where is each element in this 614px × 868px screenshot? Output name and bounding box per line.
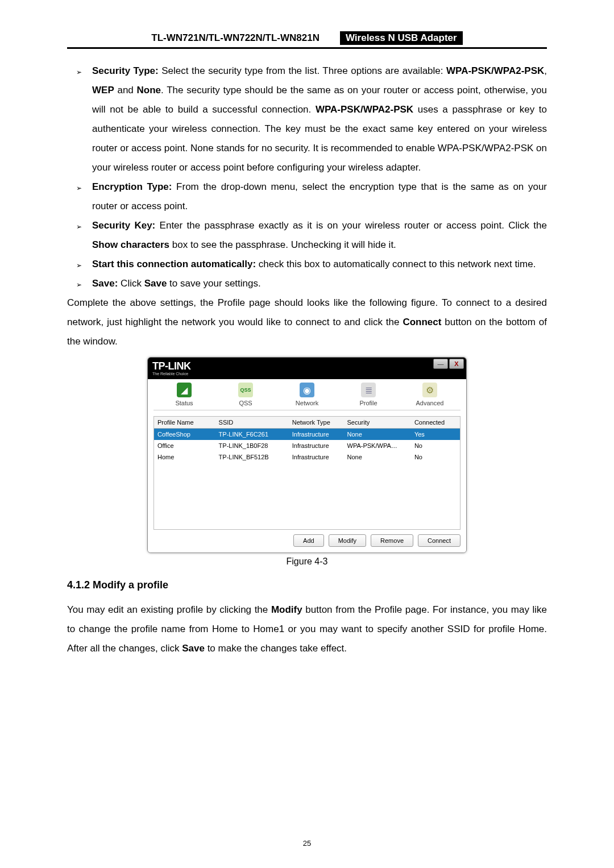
tab-label: Status xyxy=(154,400,215,406)
label: Start this connection automatically: xyxy=(92,259,256,269)
section-heading: 4.1.2 Modify a profile xyxy=(67,579,547,591)
cell-type: Infrastructure xyxy=(289,429,344,440)
header-profile-name: Profile Name xyxy=(154,417,215,428)
table-row[interactable]: HomeTP-LINK_BF512BInfrastructureNoneNo xyxy=(154,451,460,463)
advanced-icon: ⚙ xyxy=(422,383,437,397)
figure-caption: Figure 4-3 xyxy=(67,556,547,567)
tab-network[interactable]: ◉ Network xyxy=(276,383,338,406)
text: Connect xyxy=(403,317,441,327)
bullet-encryption-type: Encryption Type: From the drop-down menu… xyxy=(92,177,547,216)
bullet-save: Save: Click Save to save your settings. xyxy=(92,274,547,293)
app-titlebar: TP-LINK The Reliable Choice — X xyxy=(148,358,466,379)
text: Save xyxy=(144,278,167,289)
cell-security: WPA-PSK/WPA… xyxy=(344,440,411,451)
tab-label: Profile xyxy=(338,400,399,406)
cell-connected: No xyxy=(411,440,460,451)
text: WPA-PSK/WPA2-PSK xyxy=(316,104,413,115)
label: Save: xyxy=(92,278,118,289)
table-body: CoffeeShopTP-LINK_F6C261InfrastructureNo… xyxy=(154,429,460,463)
profile-icon: ≣ xyxy=(361,383,376,397)
cell-name: CoffeeShop xyxy=(154,429,215,440)
header-security: Security xyxy=(344,417,411,428)
header-network-type: Network Type xyxy=(289,417,344,428)
bullet-security-key: Security Key: Enter the passphrase exact… xyxy=(92,216,547,255)
label: Security Type: xyxy=(92,65,159,76)
text: Modify xyxy=(271,604,302,615)
cell-type: Infrastructure xyxy=(289,451,344,463)
table-row[interactable]: OfficeTP-LINK_1B0F28InfrastructureWPA-PS… xyxy=(154,440,460,451)
text: None xyxy=(137,85,161,95)
close-button[interactable]: X xyxy=(449,359,464,369)
label: Encryption Type: xyxy=(92,181,172,192)
paragraph-modify: You may edit an existing profile by clic… xyxy=(67,600,547,658)
logo-subtext: The Reliable Choice xyxy=(152,372,191,376)
cell-connected: Yes xyxy=(411,429,460,440)
text: You may edit an existing profile by clic… xyxy=(67,604,271,615)
text: to make the changes take effect. xyxy=(205,643,347,654)
text: Save xyxy=(182,643,205,654)
app-window: TP-LINK The Reliable Choice — X ◢ Status… xyxy=(147,357,467,553)
text: box to see the passphrase. Unchecking it… xyxy=(169,239,396,250)
header-product: Wireless N USB Adapter xyxy=(340,31,463,45)
logo-text: TP-LINK xyxy=(152,360,191,372)
cell-connected: No xyxy=(411,451,460,463)
window-controls: — X xyxy=(433,359,464,369)
profile-table: Profile Name SSID Network Type Security … xyxy=(154,416,460,530)
text: WEP xyxy=(92,85,114,95)
cell-security: None xyxy=(344,429,411,440)
cell-ssid: TP-LINK_BF512B xyxy=(215,451,289,463)
bullet-start-connection: Start this connection automatically: che… xyxy=(92,255,547,274)
bullet-list: Security Type: Select the security type … xyxy=(67,61,547,293)
text: WPA-PSK/WPA2-PSK xyxy=(446,65,544,76)
remove-button[interactable]: Remove xyxy=(371,534,413,547)
tab-bar: ◢ Status QSS QSS ◉ Network ≣ Profile ⚙ A… xyxy=(154,383,460,410)
cell-name: Home xyxy=(154,451,215,463)
qss-icon: QSS xyxy=(238,383,253,397)
tab-profile[interactable]: ≣ Profile xyxy=(338,383,399,406)
table-header: Profile Name SSID Network Type Security … xyxy=(154,417,460,429)
minimize-button[interactable]: — xyxy=(433,359,448,369)
table-row[interactable]: CoffeeShopTP-LINK_F6C261InfrastructureNo… xyxy=(154,429,460,440)
cell-security: None xyxy=(344,451,411,463)
add-button[interactable]: Add xyxy=(293,534,324,547)
document-header: TL-WN721N/TL-WN722N/TL-WN821N Wireless N… xyxy=(67,31,547,49)
bullet-security-type: Security Type: Select the security type … xyxy=(92,61,547,177)
cell-name: Office xyxy=(154,440,215,451)
modify-button[interactable]: Modify xyxy=(329,534,366,547)
paragraph-instructions: Complete the above settings, the Profile… xyxy=(67,293,547,351)
cell-ssid: TP-LINK_1B0F28 xyxy=(215,440,289,451)
header-connected: Connected xyxy=(411,417,460,428)
app-footer: Add Modify Remove Connect xyxy=(154,530,460,547)
label: Security Key: xyxy=(92,220,155,231)
tab-label: Network xyxy=(276,400,338,406)
header-ssid: SSID xyxy=(215,417,289,428)
cell-type: Infrastructure xyxy=(289,440,344,451)
cell-ssid: TP-LINK_F6C261 xyxy=(215,429,289,440)
text: Enter the passphrase exactly as it is on… xyxy=(155,220,547,231)
tab-advanced[interactable]: ⚙ Advanced xyxy=(399,383,460,406)
text: Show characters xyxy=(92,239,169,250)
tab-label: QSS xyxy=(215,400,276,406)
tab-qss[interactable]: QSS QSS xyxy=(215,383,276,406)
header-model: TL-WN721N/TL-WN722N/TL-WN821N xyxy=(151,32,320,44)
app-body: ◢ Status QSS QSS ◉ Network ≣ Profile ⚙ A… xyxy=(148,379,466,553)
status-icon: ◢ xyxy=(177,383,192,397)
text: Click xyxy=(118,278,144,289)
network-icon: ◉ xyxy=(300,383,314,397)
page-number: 25 xyxy=(0,839,614,848)
tab-status[interactable]: ◢ Status xyxy=(154,383,215,406)
text: Select the security type from the list. … xyxy=(159,65,446,76)
tab-label: Advanced xyxy=(399,400,460,406)
text: to save your settings. xyxy=(167,278,260,289)
connect-button[interactable]: Connect xyxy=(418,534,460,547)
app-logo: TP-LINK The Reliable Choice xyxy=(152,361,191,376)
text: check this box to automatically connect … xyxy=(256,259,536,269)
